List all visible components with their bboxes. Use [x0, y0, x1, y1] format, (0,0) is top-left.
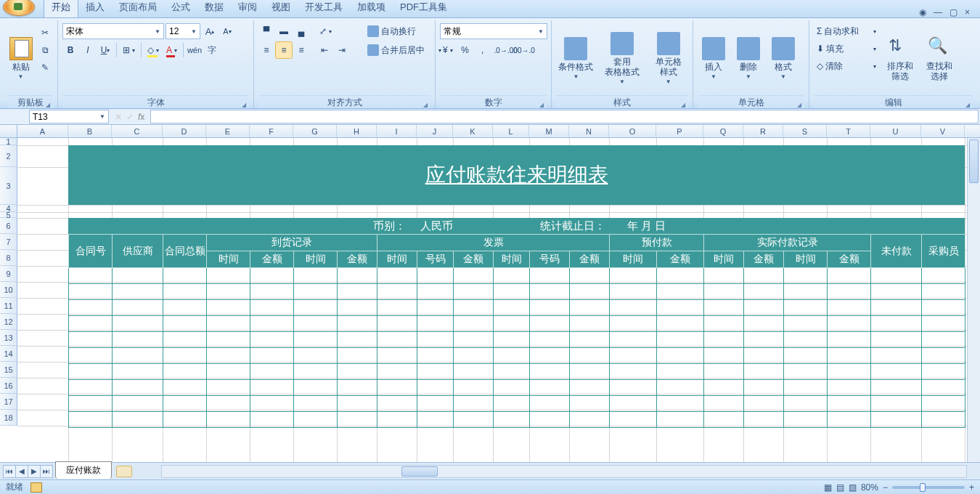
table-cell[interactable] [657, 284, 704, 300]
table-cell[interactable] [163, 380, 207, 396]
tab-公式[interactable]: 公式 [164, 0, 197, 17]
table-cell[interactable] [570, 300, 610, 316]
column-header[interactable]: K [453, 125, 493, 137]
font-size-select[interactable]: 12▼ [166, 23, 200, 39]
table-cell[interactable] [922, 364, 965, 380]
column-header[interactable]: A [17, 125, 68, 137]
table-cell[interactable] [250, 412, 294, 428]
row-header[interactable]: 9 [0, 266, 17, 282]
next-sheet-button[interactable]: ▶ [28, 465, 41, 478]
italic-button[interactable]: I [80, 42, 96, 58]
enter-formula-icon[interactable]: ✓ [126, 112, 134, 122]
row-header[interactable]: 13 [0, 330, 17, 346]
find-select-button[interactable]: 🔍 查找和 选择 [921, 22, 957, 95]
table-cell[interactable] [784, 412, 828, 428]
table-cell[interactable] [570, 396, 610, 412]
table-cell[interactable] [69, 284, 113, 300]
formula-input[interactable] [150, 110, 979, 124]
table-cell[interactable] [494, 332, 530, 348]
table-cell[interactable] [704, 316, 744, 332]
table-cell[interactable] [922, 300, 965, 316]
table-cell[interactable] [69, 380, 113, 396]
table-cell[interactable] [494, 316, 530, 332]
row-header[interactable]: 18 [0, 410, 17, 426]
row-header[interactable]: 11 [0, 298, 17, 314]
table-cell[interactable] [69, 300, 113, 316]
view-pagebreak-icon[interactable]: ▧ [849, 482, 857, 493]
table-cell[interactable] [113, 316, 163, 332]
table-cell[interactable] [570, 268, 610, 284]
table-cell[interactable] [113, 268, 163, 284]
row-header[interactable]: 7 [0, 234, 17, 250]
table-cell[interactable] [828, 364, 871, 380]
table-cell[interactable] [530, 268, 570, 284]
table-cell[interactable] [610, 332, 657, 348]
table-cell[interactable] [207, 396, 250, 412]
table-cell[interactable] [250, 300, 294, 316]
table-cell[interactable] [828, 412, 871, 428]
table-cell[interactable] [377, 380, 417, 396]
font-name-select[interactable]: 宋体▼ [62, 23, 164, 39]
table-cell[interactable] [113, 332, 163, 348]
table-cell[interactable] [377, 396, 417, 412]
tab-视图[interactable]: 视图 [264, 0, 298, 17]
table-cell[interactable] [377, 348, 417, 364]
table-cell[interactable] [922, 268, 965, 284]
column-header[interactable]: R [743, 125, 783, 137]
table-cell[interactable] [207, 332, 250, 348]
table-cell[interactable] [250, 268, 294, 284]
table-cell[interactable] [294, 348, 338, 364]
table-cell[interactable] [417, 268, 454, 284]
table-cell[interactable] [744, 284, 784, 300]
vertical-scrollbar[interactable] [967, 138, 980, 462]
table-cell[interactable] [828, 316, 871, 332]
table-cell[interactable] [417, 284, 454, 300]
table-cell[interactable] [871, 268, 922, 284]
table-cell[interactable] [338, 412, 377, 428]
new-sheet-button[interactable] [116, 466, 132, 477]
table-cell[interactable] [657, 332, 704, 348]
table-cell[interactable] [163, 316, 207, 332]
table-cell[interactable] [784, 316, 828, 332]
table-cell[interactable] [570, 364, 610, 380]
clear-button[interactable]: ◇ 清除▾ [814, 58, 879, 74]
table-cell[interactable] [610, 316, 657, 332]
table-cell[interactable] [113, 412, 163, 428]
fx-icon[interactable]: fx [138, 112, 144, 122]
tab-页面布局[interactable]: 页面布局 [112, 0, 164, 17]
table-cell[interactable] [530, 300, 570, 316]
table-cell[interactable] [113, 284, 163, 300]
table-cell[interactable] [704, 332, 744, 348]
currency-button[interactable]: ¥▾ [440, 42, 456, 58]
underline-button[interactable]: U▾ [97, 42, 113, 58]
table-cell[interactable] [784, 348, 828, 364]
table-cell[interactable] [69, 396, 113, 412]
delete-cells-button[interactable]: 删除 ▼ [732, 22, 764, 95]
table-cell[interactable] [454, 316, 494, 332]
number-format-select[interactable]: 常规▼ [440, 23, 547, 39]
font-color-button[interactable]: A▾ [163, 42, 180, 58]
table-cell[interactable] [828, 396, 871, 412]
table-cell[interactable] [922, 348, 965, 364]
table-cell[interactable] [69, 412, 113, 428]
table-cell[interactable] [163, 364, 207, 380]
row-header[interactable]: 12 [0, 314, 17, 330]
tab-插入[interactable]: 插入 [78, 0, 112, 17]
table-cell[interactable] [338, 380, 377, 396]
table-cell[interactable] [207, 348, 250, 364]
table-cell[interactable] [657, 380, 704, 396]
zoom-in-button[interactable]: + [969, 482, 974, 493]
table-cell[interactable] [338, 332, 377, 348]
table-cell[interactable] [530, 332, 570, 348]
table-cell[interactable] [454, 380, 494, 396]
fill-color-button[interactable]: ◇▾ [144, 42, 162, 58]
table-cell[interactable] [704, 396, 744, 412]
align-center-button[interactable]: ≡ [276, 42, 292, 58]
percent-button[interactable]: % [457, 42, 473, 58]
wrap-text-button[interactable]: 自动换行 [364, 23, 444, 39]
view-layout-icon[interactable]: ▤ [836, 482, 844, 493]
column-header[interactable]: F [250, 125, 293, 137]
table-cell[interactable] [250, 348, 294, 364]
column-header[interactable]: B [68, 125, 112, 137]
table-cell[interactable] [207, 316, 250, 332]
